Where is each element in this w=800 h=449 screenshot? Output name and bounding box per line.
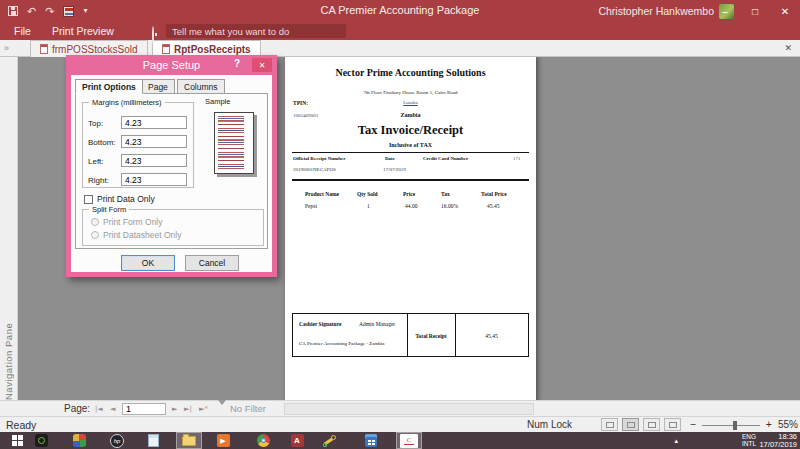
taskbar-app-media-suite[interactable] [28, 432, 54, 449]
close-button[interactable]: ✕ [770, 0, 800, 22]
ok-button[interactable]: OK [121, 255, 175, 271]
taskbar-clock[interactable]: 18:3617/07/2019 [759, 433, 797, 449]
sample-group: Sample [202, 102, 264, 188]
print-options-panel: Margins (millimeters) Top: Bottom: Left:… [75, 93, 268, 249]
navigation-pane-label: Navigation Pane [3, 65, 14, 400]
taskbar-app-notepad[interactable] [140, 432, 166, 449]
receipt-number-label: Official Receipt Number [293, 156, 346, 161]
taskbar-app-photos[interactable] [66, 432, 92, 449]
margin-top-input[interactable] [121, 116, 187, 129]
chrome-icon [257, 434, 270, 447]
zoom-slider-thumb[interactable] [733, 421, 737, 430]
dialog-close-icon[interactable]: ✕ [252, 58, 272, 72]
horizontal-scrollbar[interactable] [284, 403, 534, 415]
print-form-only-label: Print Form Only [103, 217, 163, 227]
page-navigation-bar: Page: |◄ ◄ ► ►| ►* No Filter [0, 400, 800, 416]
dialog-body: Print Options Page Columns Margins (mill… [71, 75, 272, 272]
print-form-only-radio[interactable] [91, 218, 99, 226]
card-label: Credit Card Number [423, 156, 468, 161]
screen: ↶ ↷ ▾ CA Premier Accounting Package Chri… [0, 0, 800, 449]
tab-columns[interactable]: Columns [177, 79, 225, 94]
tab-print-options[interactable]: Print Options [75, 79, 143, 94]
tab-label: frmPOSStocksSold [52, 44, 138, 55]
title-bar: ↶ ↷ ▾ CA Premier Accounting Package Chri… [0, 0, 800, 22]
zoom-level[interactable]: 55% [778, 419, 798, 430]
report-view-button[interactable] [601, 418, 618, 431]
taskbar-app-file-explorer[interactable] [176, 432, 202, 449]
tab-page[interactable]: Page [141, 79, 175, 94]
total-receipt-value: 45.45 [455, 333, 528, 339]
tell-me-box[interactable]: Tell me what you want to do [166, 24, 346, 38]
form-icon [40, 44, 48, 54]
col-qty-sold: Qty Sold [357, 191, 378, 197]
next-page-button[interactable]: ► [172, 405, 177, 413]
previous-page-button[interactable]: ◄ [110, 405, 115, 413]
hp-icon: hp [110, 434, 124, 448]
minimize-button[interactable]: – [710, 0, 740, 22]
taskbar-app-calculator[interactable] [358, 432, 384, 449]
print-preview-view-button[interactable] [622, 418, 639, 431]
col-product-name: Product Name [305, 191, 339, 197]
account-name: Christopher Hankwembo [598, 5, 714, 17]
num-lock-indicator: Num Lock [527, 419, 572, 430]
tab-print-preview[interactable]: Print Preview [44, 23, 122, 39]
new-record-button[interactable]: ►* [199, 405, 208, 413]
cancel-button[interactable]: Cancel [185, 255, 239, 271]
split-form-group: Split Form Print Form Only Print Datashe… [82, 209, 264, 246]
divider [292, 152, 529, 153]
margin-top-label: Top: [88, 119, 103, 128]
help-icon[interactable]: ? [229, 58, 245, 72]
page-setup-dialog: Page Setup ? ✕ Print Options Page Column… [66, 55, 277, 277]
lightbulb-icon [152, 27, 154, 45]
total-receipt-label: Total Receipt [407, 333, 455, 339]
margin-bottom-label: Bottom: [88, 138, 116, 147]
report-subtitle: Inclusive of TAX [285, 142, 536, 148]
taskbar-app-hp[interactable]: hp [104, 432, 130, 449]
photos-icon [73, 434, 86, 447]
nav-pane-overflow-icon[interactable]: » [4, 43, 9, 53]
document-close-icon[interactable]: ✕ [784, 43, 792, 53]
status-ready: Ready [6, 419, 36, 431]
page-number-input[interactable] [122, 403, 166, 415]
taskbar-app-chrome[interactable] [250, 432, 276, 449]
print-data-only-checkbox[interactable] [84, 195, 93, 204]
cashier-name: Admin Manager [359, 321, 395, 327]
file-tab[interactable]: File [6, 23, 39, 39]
taskbar-app-media-player[interactable]: ▶ [210, 432, 236, 449]
media-player-icon: ▶ [217, 434, 230, 447]
report-company-name: Nector Prime Accounting Solutions [285, 67, 536, 78]
margin-bottom-input[interactable] [121, 135, 187, 148]
start-button[interactable] [4, 432, 30, 449]
margin-left-label: Left: [88, 157, 104, 166]
ribbon: File Print Preview Tell me what you want… [0, 22, 800, 40]
layout-view-button[interactable] [643, 418, 660, 431]
report-page[interactable]: Nector Prime Accounting Solutions 7th Fl… [285, 53, 536, 400]
language-indicator[interactable]: ENGINTL [742, 433, 756, 447]
taskbar-app-access[interactable]: A [284, 432, 310, 449]
navigation-pane-collapsed[interactable]: Navigation Pane [0, 57, 18, 400]
print-datasheet-only-label: Print Datasheet Only [103, 230, 181, 240]
zoom-out-button[interactable]: − [690, 418, 696, 430]
zoom-in-button[interactable]: + [766, 418, 772, 430]
margin-left-input[interactable] [121, 154, 187, 167]
access-icon: A [291, 434, 304, 447]
cashier-signature-label: Cashier Signature [299, 321, 341, 327]
maximize-button[interactable]: □ [740, 0, 770, 22]
tray-chevron-icon[interactable]: ▴ [674, 437, 678, 445]
design-view-button[interactable] [664, 418, 681, 431]
last-page-button[interactable]: ►| [184, 405, 192, 413]
first-page-button[interactable]: |◄ [95, 405, 103, 413]
report-title: Tax Invoice/Receipt [285, 123, 536, 138]
taskbar-app-nector[interactable]: C [396, 432, 422, 449]
zoom-slider[interactable] [702, 425, 760, 426]
cell-qty: 1 [367, 203, 370, 209]
taskbar: hp ▶ A C ▴ ✕ ✕ ENGINTL 18:3617/07/20 [0, 432, 800, 449]
cell-tax: 16.00% [441, 203, 458, 209]
taskbar-app-tools[interactable] [316, 432, 342, 449]
margin-right-input[interactable] [121, 173, 187, 186]
divider [292, 179, 529, 181]
print-datasheet-only-radio[interactable] [91, 231, 99, 239]
no-filter-label[interactable]: No Filter [230, 403, 266, 414]
signature-box: Cashier Signature Admin Manager CA Premi… [292, 313, 529, 357]
notepad-icon [148, 434, 159, 447]
